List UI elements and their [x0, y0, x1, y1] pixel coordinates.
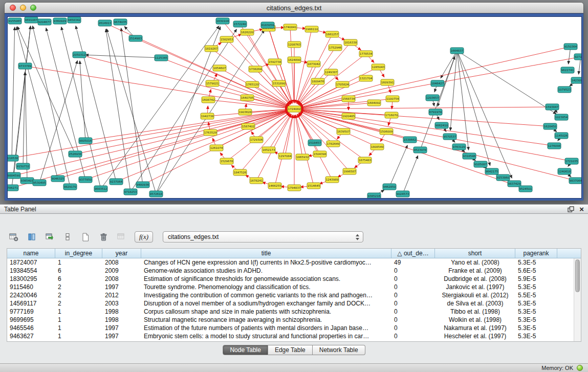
graph-node[interactable]: 9862410	[435, 122, 448, 128]
column-header-title[interactable]: title	[141, 249, 391, 258]
graph-node[interactable]: 9150732	[16, 163, 30, 169]
graph-edge[interactable]	[300, 107, 552, 109]
graph-node[interactable]: 1664837	[450, 48, 464, 54]
graph-edge[interactable]	[389, 145, 407, 187]
table-row[interactable]: 1456911722003Disruption of a novel membe…	[7, 299, 581, 308]
graph-node[interactable]: 9674035	[114, 19, 127, 25]
graph-node[interactable]: 9786271	[8, 185, 18, 191]
new-document-icon[interactable]	[79, 230, 92, 244]
graph-node[interactable]: 9253860	[496, 174, 510, 181]
graph-node[interactable]: 9763120	[452, 144, 466, 150]
graph-edge[interactable]	[76, 26, 116, 182]
graph-node[interactable]: 1249387	[324, 69, 338, 75]
table-row[interactable]: 946554611997Estimation of the future num…	[7, 324, 581, 332]
graph-edge[interactable]	[296, 115, 314, 186]
table-row[interactable]: 946362711997Embryonic stem cells: a mode…	[7, 332, 581, 340]
graph-edge[interactable]	[240, 24, 291, 104]
graph-node[interactable]: 1738264	[249, 66, 262, 72]
graph-edge[interactable]	[269, 114, 291, 150]
row-height-icon[interactable]	[61, 230, 74, 244]
tab-edge-table[interactable]: Edge Table	[268, 345, 313, 355]
column-header-year[interactable]: year	[102, 249, 141, 258]
graph-node[interactable]: 9829170	[63, 184, 77, 190]
graph-node[interactable]: 1705824	[336, 81, 349, 87]
graph-edge[interactable]	[130, 29, 236, 192]
graph-node[interactable]: 1752946	[329, 45, 342, 51]
graph-edge[interactable]	[457, 51, 469, 150]
graph-node[interactable]: 1661257	[325, 31, 339, 37]
graph-node[interactable]: 9377850	[79, 177, 92, 183]
table-source-dropdown[interactable]: citations_edges.txt	[163, 231, 363, 243]
delete-table-icon[interactable]	[97, 230, 110, 244]
graph-edge[interactable]	[240, 114, 290, 172]
graph-node[interactable]: 1716070	[385, 112, 398, 118]
graph-node[interactable]: 1538662	[403, 137, 417, 143]
table-row[interactable]: 911546021997Tourette syndrome. Phenomeno…	[7, 283, 581, 291]
graph-edge[interactable]	[12, 110, 288, 158]
graph-node[interactable]: 1125345	[155, 55, 168, 61]
graph-node[interactable]: 1531890	[272, 80, 286, 86]
graph-node[interactable]: 1640795	[241, 95, 254, 101]
graph-node[interactable]: 9572618	[149, 191, 163, 197]
graph-node[interactable]: 1740841	[284, 24, 297, 30]
graph-node[interactable]: 9570537	[443, 134, 456, 140]
graph-node[interactable]: 1243989	[325, 177, 339, 183]
graph-node[interactable]: 1518457	[308, 140, 321, 146]
graph-node[interactable]: 1587402	[242, 123, 255, 129]
graph-edge[interactable]	[285, 115, 293, 156]
graph-node[interactable]: 1285043	[372, 64, 385, 70]
graph-node[interactable]: 1208763	[288, 41, 301, 48]
graph-edge[interactable]	[106, 29, 130, 192]
graph-node[interactable]: 1466255	[268, 183, 281, 189]
graph-edge[interactable]	[298, 48, 335, 104]
graph-node[interactable]: 9118538	[8, 155, 18, 161]
graph-node[interactable]: 9462850	[383, 184, 396, 190]
graph-node[interactable]: 9480936	[136, 182, 149, 188]
graph-node[interactable]: 1297084	[278, 153, 292, 159]
graph-node[interactable]: 1203657	[426, 95, 439, 101]
table-vertical-scrollbar[interactable]	[574, 258, 581, 341]
graph-node[interactable]: 1240618	[558, 168, 571, 174]
graph-node[interactable]: 8183059	[261, 22, 274, 28]
graph-edge[interactable]	[300, 111, 576, 181]
graph-node[interactable]: 1865932	[296, 154, 309, 160]
graph-node[interactable]: 1609391	[381, 79, 394, 85]
graph-node[interactable]: 9530495	[33, 180, 46, 186]
graph-node[interactable]: 1763529	[204, 129, 217, 136]
graph-node[interactable]: 1942738	[201, 113, 214, 119]
graph-node[interactable]: 1592738	[268, 59, 281, 65]
network-canvas[interactable]: 1724082181926715829531626220122140917408…	[8, 17, 581, 198]
graph-node[interactable]: 2614913	[98, 20, 112, 26]
graph-node[interactable]: 9643512	[94, 186, 107, 192]
graph-edge[interactable]	[85, 55, 161, 58]
graph-edge[interactable]	[403, 156, 418, 194]
graph-node[interactable]: 9523978	[413, 147, 427, 153]
graph-node[interactable]: 1729306	[250, 137, 263, 143]
table-row[interactable]: 969969511998Structural magnetic resonanc…	[7, 316, 581, 324]
table-row[interactable]: 977716911998Corpus callosum shape and si…	[7, 308, 581, 316]
table-row[interactable]: 1938455462009Genome-wide association stu…	[7, 267, 581, 275]
table-row[interactable]: 1830029562008Estimation of significance …	[7, 275, 581, 283]
graph-node[interactable]: 1321704	[359, 75, 373, 81]
graph-node[interactable]: 1100754	[386, 96, 399, 102]
graph-node[interactable]: 1593847	[546, 104, 559, 110]
graph-node[interactable]: 1608742	[202, 97, 215, 103]
graph-node[interactable]: 9458342	[68, 17, 81, 23]
graph-node[interactable]: 1529678	[220, 158, 233, 164]
graph-node[interactable]: 1579021	[206, 80, 219, 86]
graph-node[interactable]: 1830104	[216, 18, 229, 24]
column-header-in_degree[interactable]: in_degree	[55, 249, 102, 258]
graph-node[interactable]: 9884590	[8, 172, 20, 179]
graph-node[interactable]: 1568734	[342, 96, 355, 102]
graph-node[interactable]: 1504398	[313, 151, 326, 157]
graph-node[interactable]: 2514983	[129, 35, 142, 41]
graph-node[interactable]: 1721035	[565, 158, 578, 164]
graph-node[interactable]: 2050312	[73, 52, 86, 58]
graph-node[interactable]: 9204677	[38, 19, 51, 25]
graph-node[interactable]: 1847526	[233, 169, 247, 176]
graph-node[interactable]: 1903628	[238, 109, 252, 115]
graph-node[interactable]: 9271853	[574, 54, 581, 60]
graph-node[interactable]: 1854607	[213, 65, 226, 71]
graph-node[interactable]: 9360929	[53, 18, 67, 24]
tab-node-table[interactable]: Node Table	[223, 345, 268, 355]
